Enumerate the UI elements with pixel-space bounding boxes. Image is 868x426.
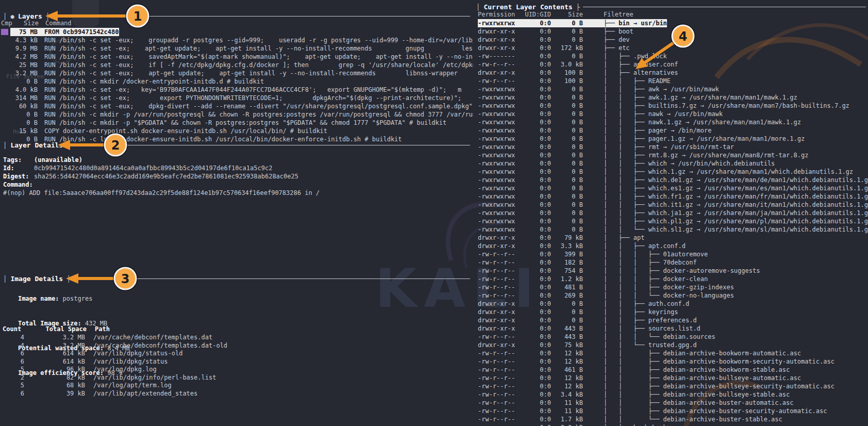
filetree-row[interactable]: -rwxrwxrwx0:00 B│ │ ├── builtins.7.gz → … xyxy=(474,102,868,110)
filetree-row[interactable]: -rwxrwxrwx0:00 B│ │ ├── which.it1.gz → /… xyxy=(474,201,868,209)
filetree-row[interactable]: -rwxrwxrwx0:00 B│ │ ├── rmt → /usr/sbin/… xyxy=(474,143,868,151)
layer-row[interactable]: 314 MBRUN /bin/sh -c set -ex; export PYT… xyxy=(0,94,473,102)
file-name: sources.list.d xyxy=(648,325,700,332)
filetree-row[interactable]: -rw-r--r--0:01.7 kB│ │ └── debian-archiv… xyxy=(474,415,868,423)
layer-row[interactable]: 0 BRUN /bin/sh -c mkdir -p "$PGDATA" && … xyxy=(0,119,473,127)
layer-row[interactable]: 4.0 kBRUN /bin/sh -c set -ex; key='B97B0… xyxy=(0,86,473,94)
file-uid-gid: 0:0 xyxy=(524,102,551,110)
filetree-row[interactable]: -rw-r--r--0:0182 B│ │ │ ├── 70debconf xyxy=(474,258,868,267)
file-name: debian.sources xyxy=(663,333,715,340)
file-permission: -rwxrwxrwx xyxy=(478,151,524,159)
filetree-row[interactable]: -rw-------0:00 B│ ├── .pwd.lock xyxy=(474,52,868,60)
waste-count: 4 xyxy=(1,334,24,342)
filetree-row[interactable]: -rwxrwxrwx0:00 B│ │ ├── which.fr1.gz → /… xyxy=(474,192,868,201)
cmp-indicator xyxy=(1,54,8,60)
file-size: 11 kB xyxy=(551,407,583,415)
file-uid-gid: 0:0 xyxy=(524,201,551,209)
layer-row[interactable]: 3.2 MBRUN /bin/sh -c set -eux; apt-get u… xyxy=(0,69,473,77)
filetree-row[interactable]: -rwxrwxrwx0:00 B│ │ ├── which → /usr/bin… xyxy=(474,159,868,168)
file-name: pager → /bin/more xyxy=(648,127,712,134)
id-line: Id:0cb99471542c480d0a891464ca0a0afbbc899… xyxy=(3,164,272,172)
file-name: rmt.8.gz → /usr/share/man/man8/rmt-tar.8… xyxy=(648,152,809,159)
filetree-row[interactable]: drwxr-xr-x0:00 B│ │ ├── auth.conf.d xyxy=(474,300,868,308)
file-size: 443 B xyxy=(551,333,583,341)
file-uid-gid: 0:0 xyxy=(524,19,551,27)
filetree-row[interactable]: -rw-r--r--0:0461 B│ │ ├── debian-archive… xyxy=(474,366,868,374)
layer-row[interactable]: 25 MBRUN /bin/sh -c set -eux; if [ -f /e… xyxy=(0,61,473,69)
filetree-row[interactable]: -rw-r--r--0:011 kB│ │ ├── debian-archive… xyxy=(474,407,868,415)
file-size: 182 B xyxy=(551,258,583,267)
layer-row[interactable]: 0 BRUN /bin/sh -c mkdir -p /var/run/post… xyxy=(0,110,473,119)
filetree-row[interactable]: drwxr-xr-x0:00 B│ │ ├── keyrings xyxy=(474,308,868,316)
filetree-row[interactable]: -rw-r--r--0:03.4 kB│ │ ├── debian-archiv… xyxy=(474,390,868,399)
filetree-row[interactable]: -rw-r--r--0:02.2 kB│ ├── bash.bashrc xyxy=(474,423,868,426)
filetree-row[interactable]: -rwxrwxrwx0:00 B│ │ └── which.sl1.gz → /… xyxy=(474,225,868,234)
filetree-row[interactable]: drwxr-xr-x0:075 kB│ │ └── trusted.gpg.d xyxy=(474,341,868,349)
filetree-row[interactable]: drwxr-xr-x0:00 B├── boot xyxy=(474,27,868,36)
layer-row[interactable]: 75 MBFROM 0cb99471542c480 xyxy=(0,28,473,36)
filetree-row[interactable]: -rwxrwxrwx0:00 B│ │ ├── nawk.1.gz → /usr… xyxy=(474,118,868,126)
file-uid-gid: 0:0 xyxy=(524,291,551,300)
file-name: dev xyxy=(619,36,630,43)
header-rule xyxy=(74,145,470,145)
file-size: 0 B xyxy=(551,151,583,159)
layer-row[interactable]: 4.3 kBRUN /bin/sh -c set -eux; groupadd … xyxy=(0,36,473,44)
file-permission: -rwxrwxrwx xyxy=(478,135,524,143)
file-uid-gid: 0:0 xyxy=(524,267,551,275)
filetree-row[interactable]: -rw-r--r--0:012 kB│ │ ├── debian-archive… xyxy=(474,349,868,357)
filetree-row[interactable]: -rw-r--r--0:011 kB│ │ ├── debian-archive… xyxy=(474,399,868,407)
layer-row[interactable]: 60 kBRUN /bin/sh -c set -eux; dpkg-diver… xyxy=(0,102,473,110)
filetree-row[interactable]: -rw-r--r--0:012 kB│ │ ├── debian-archive… xyxy=(474,382,868,390)
filetree-row[interactable]: -rw-r--r--0:01.2 kB│ │ │ ├── docker-clea… xyxy=(474,275,868,283)
layer-command: RUN /bin/sh -c mkdir -p /var/run/postgre… xyxy=(44,110,473,119)
waste-row: 6 614 kB /var/lib/dpkg/status xyxy=(1,358,473,366)
filetree-row[interactable]: -rwxrwxrwx0:00 B├── bin → usr/bin xyxy=(474,19,868,27)
filetree-row[interactable]: -rwxrwxrwx0:00 B│ │ ├── pager.1.gz → /us… xyxy=(474,135,868,143)
tree-branch: │ │ ├── xyxy=(604,366,663,373)
layers-panel: │ ● Layers ├ Cmp Size Command 75 MBFROM … xyxy=(0,0,473,426)
layer-command: RUN /bin/sh -c set -eux; groupadd -r pos… xyxy=(44,36,473,44)
filetree-row[interactable]: drwxr-xr-x0:03.3 kB│ │ ├── apt.conf.d xyxy=(474,242,868,250)
filetree-row[interactable]: -rw-r--r--0:0481 B│ │ │ ├── docker-gzip-… xyxy=(474,283,868,291)
file-name: keyrings xyxy=(648,308,678,316)
filetree-row[interactable]: -rwxrwxrwx0:00 B│ │ ├── which.1.gz → /us… xyxy=(474,168,868,176)
filetree-row[interactable]: drwxr-xr-x0:0443 B│ │ ├── sources.list.d xyxy=(474,324,868,333)
layer-row[interactable]: 15 kBCOPY docker-entrypoint.sh docker-en… xyxy=(0,127,473,135)
filetree-row[interactable]: -rwxrwxrwx0:00 B│ │ ├── awk.1.gz → /usr/… xyxy=(474,93,868,102)
filetree-row[interactable]: -rwxrwxrwx0:00 B│ │ ├── rmt.8.gz → /usr/… xyxy=(474,151,868,159)
cmp-indicator xyxy=(1,103,8,109)
tree-branch: │ │ ├── xyxy=(604,325,648,332)
filetree-row[interactable]: drwxr-xr-x0:0100 B│ ├── alternatives xyxy=(474,69,868,77)
file-size: 1.7 kB xyxy=(551,415,583,423)
layer-size: 15 kB xyxy=(10,127,38,135)
file-uid-gid: 0:0 xyxy=(524,110,551,118)
filetree-row[interactable]: -rw-r--r--0:0754 B│ │ │ ├── docker-autor… xyxy=(474,267,868,275)
filetree-row[interactable]: -rwxrwxrwx0:00 B│ │ ├── which.ja1.gz → /… xyxy=(474,209,868,217)
filetree-row[interactable]: -rw-r--r--0:0269 B│ │ │ └── docker-no-la… xyxy=(474,291,868,300)
file-size: 0 B xyxy=(551,217,583,225)
layer-command: RUN /bin/sh -c mkdir -p "$PGDATA" && cho… xyxy=(44,119,446,127)
file-size: 11 kB xyxy=(551,399,583,407)
layer-row[interactable]: 9.9 MBRUN /bin/sh -c set -ex; apt-get up… xyxy=(0,44,473,53)
filetree-row[interactable]: -rw-r--r--0:03.0 kB│ ├── adduser.conf xyxy=(474,60,868,69)
filetree-row[interactable]: drwxr-xr-x0:00 B│ │ ├── preferences.d xyxy=(474,316,868,324)
filetree-row[interactable]: -rwxrwxrwx0:00 B│ │ ├── which.es1.gz → /… xyxy=(474,184,868,192)
filetree-row[interactable]: -rwxrwxrwx0:00 B│ │ ├── awk → /usr/bin/m… xyxy=(474,85,868,93)
filetree-row[interactable]: -rwxrwxrwx0:00 B│ │ ├── nawk → /usr/bin/… xyxy=(474,110,868,118)
filetree-row[interactable]: -rw-r--r--0:012 kB│ │ ├── debian-archive… xyxy=(474,357,868,366)
layer-row[interactable]: 0 BRUN /bin/sh -c mkdir /docker-entrypoi… xyxy=(0,77,473,86)
filetree-row[interactable]: -rwxrwxrwx0:00 B│ │ ├── pager → /bin/mor… xyxy=(474,126,868,135)
filetree-row[interactable]: -rwxrwxrwx0:00 B│ │ ├── which.pl1.gz → /… xyxy=(474,217,868,225)
file-uid-gid: 0:0 xyxy=(524,151,551,159)
file-size: 0 B xyxy=(551,225,583,234)
filetree-row[interactable]: drwxr-xr-x0:0172 kB├── etc xyxy=(474,44,868,52)
layer-row[interactable]: 4.2 MBRUN /bin/sh -c set -eux; savedAptM… xyxy=(0,53,473,61)
tree-branch: │ │ ├── xyxy=(604,152,648,159)
filetree-row[interactable]: drwxr-xr-x0:079 kB│ ├── apt xyxy=(474,234,868,242)
filetree-row[interactable]: -rw-r--r--0:012 kB│ │ ├── debian-archive… xyxy=(474,374,868,382)
filetree-row[interactable]: -rwxrwxrwx0:00 B│ │ ├── which.de1.gz → /… xyxy=(474,176,868,184)
filetree-row[interactable]: -rw-r--r--0:0443 B│ │ │ └── debian.sourc… xyxy=(474,333,868,341)
filetree-row[interactable]: drwxr-xr-x0:00 B├── dev xyxy=(474,36,868,44)
filetree-row[interactable]: -rw-r--r--0:0100 B│ │ ├── README xyxy=(474,77,868,85)
filetree-row[interactable]: -rw-r--r--0:0399 B│ │ │ ├── 01autoremove xyxy=(474,250,868,258)
